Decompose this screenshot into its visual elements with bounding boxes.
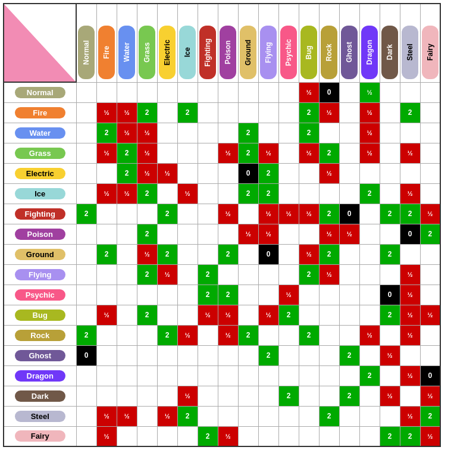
row-label-ice: Ice	[4, 183, 76, 204]
cell	[299, 406, 319, 426]
cell	[238, 305, 258, 325]
cell: 0	[339, 204, 359, 224]
cell	[278, 123, 299, 143]
cell	[177, 123, 198, 143]
cell	[278, 426, 299, 446]
cell	[218, 102, 238, 123]
cell: ½	[117, 123, 137, 143]
cell	[117, 224, 137, 244]
cell	[157, 183, 177, 204]
cell	[258, 285, 278, 305]
col-header-dark: Dark	[380, 4, 400, 82]
table-row: Flying2½22½½	[4, 264, 440, 285]
cell	[339, 285, 359, 305]
cell: 2	[238, 123, 258, 143]
cell	[76, 102, 96, 123]
cell	[258, 406, 278, 426]
cell: ½	[117, 183, 137, 204]
cell	[218, 163, 238, 183]
cell	[339, 163, 359, 183]
table-row: Fire½½222½½2	[4, 102, 440, 123]
cell	[299, 183, 319, 204]
cell: ½	[137, 244, 157, 264]
row-label-water: Water	[4, 123, 76, 143]
cell: 2	[157, 244, 177, 264]
cell: 2	[319, 204, 339, 224]
col-header-bug: Bug	[299, 4, 319, 82]
cell	[76, 163, 96, 183]
cell	[278, 82, 299, 102]
cell	[319, 183, 339, 204]
table-row: Poison2½½½½02	[4, 224, 440, 244]
cell	[198, 102, 218, 123]
cell	[299, 426, 319, 446]
col-header-flying: Flying	[258, 4, 278, 82]
cell	[339, 305, 359, 325]
cell	[299, 224, 319, 244]
cell: 0	[258, 244, 278, 264]
cell	[157, 224, 177, 244]
cell	[359, 345, 380, 365]
cell	[157, 285, 177, 305]
cell: ½	[299, 204, 319, 224]
cell	[400, 123, 420, 143]
cell	[238, 365, 258, 386]
cell	[218, 82, 238, 102]
cell	[299, 163, 319, 183]
cell	[117, 305, 137, 325]
cell: ½	[299, 143, 319, 163]
cell: 2	[157, 204, 177, 224]
cell: 2	[218, 244, 238, 264]
cell	[420, 264, 440, 285]
cell: 0	[76, 345, 96, 365]
cell	[157, 123, 177, 143]
cell	[238, 82, 258, 102]
row-label-fire: Fire	[4, 102, 76, 123]
cell: 2	[380, 426, 400, 446]
row-label-rock: Rock	[4, 325, 76, 345]
cell: 0	[380, 285, 400, 305]
cell: 2	[380, 204, 400, 224]
cell	[157, 82, 177, 102]
cell: ½	[359, 82, 380, 102]
cell: 2	[238, 143, 258, 163]
cell	[339, 102, 359, 123]
cell: 2	[278, 305, 299, 325]
cell	[339, 264, 359, 285]
cell: 2	[339, 386, 359, 406]
cell	[137, 285, 157, 305]
cell: ½	[96, 426, 117, 446]
cell	[157, 102, 177, 123]
cell: ½	[238, 224, 258, 244]
cell: 2	[420, 224, 440, 244]
table-row: Dark½22½½	[4, 386, 440, 406]
cell	[96, 285, 117, 305]
cell: ½	[218, 426, 238, 446]
cell: 2	[339, 345, 359, 365]
cell	[278, 163, 299, 183]
cell: 2	[400, 102, 420, 123]
cell: 2	[218, 285, 238, 305]
cell	[177, 82, 198, 102]
cell: ½	[319, 102, 339, 123]
cell	[238, 345, 258, 365]
cell	[198, 143, 218, 163]
cell	[238, 264, 258, 285]
cell: ½	[359, 123, 380, 143]
cell	[278, 264, 299, 285]
cell: 0	[400, 224, 420, 244]
cell	[339, 143, 359, 163]
cell: 2	[76, 204, 96, 224]
cell	[76, 305, 96, 325]
cell	[76, 82, 96, 102]
cell	[339, 244, 359, 264]
cell	[218, 406, 238, 426]
cell	[380, 183, 400, 204]
cell: ½	[177, 386, 198, 406]
cell	[299, 365, 319, 386]
cell	[238, 386, 258, 406]
cell	[117, 244, 137, 264]
cell	[319, 365, 339, 386]
cell: 2	[380, 305, 400, 325]
cell	[339, 82, 359, 102]
